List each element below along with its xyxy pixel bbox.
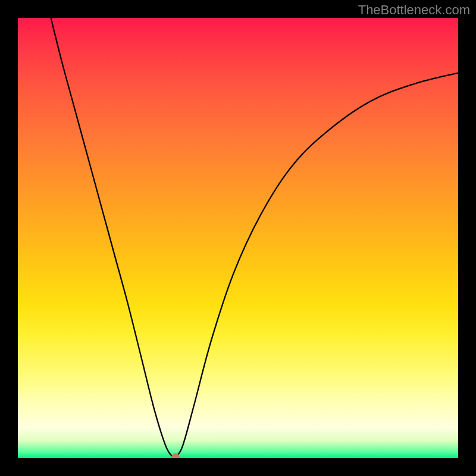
chart-svg	[18, 18, 458, 458]
watermark-text: TheBottleneck.com	[358, 2, 470, 18]
optimum-marker-dot	[171, 453, 180, 458]
plot-area	[18, 18, 458, 458]
bottleneck-curve-line	[51, 18, 459, 458]
